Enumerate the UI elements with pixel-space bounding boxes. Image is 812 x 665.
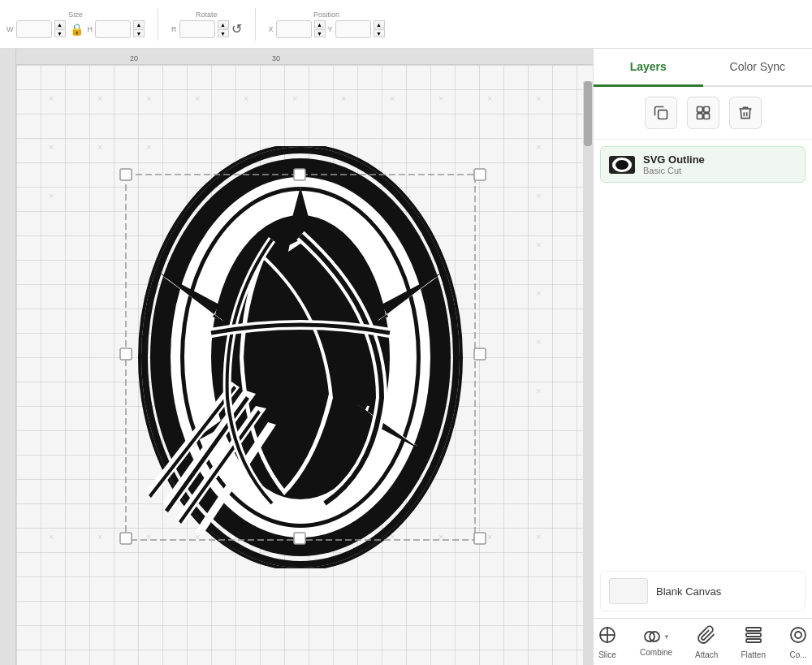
- svg-rect-39: [746, 633, 761, 637]
- flatten-icon: [744, 625, 763, 649]
- duplicate-button[interactable]: [645, 97, 677, 129]
- group-button[interactable]: [687, 97, 719, 129]
- svg-point-42: [795, 632, 801, 638]
- flatten-label: Flatten: [741, 650, 766, 659]
- grid-canvas: × × × × × × × × × × × × × × × × × × × × …: [16, 65, 593, 665]
- slice-label: Slice: [598, 650, 616, 659]
- x-up[interactable]: ▲: [314, 20, 326, 28]
- layer-name: SVG Outline: [643, 153, 797, 166]
- divider-1: [158, 8, 158, 41]
- size-label: Size: [68, 11, 83, 19]
- logo-container[interactable]: [97, 146, 503, 568]
- blank-canvas-item[interactable]: Blank Canvas: [600, 571, 806, 611]
- rotate-down[interactable]: ▼: [218, 29, 229, 37]
- canvas-area[interactable]: 20 30 × × × × × × × × × × × × × × × × × …: [0, 49, 593, 665]
- right-panel: Layers Color Sync: [593, 49, 812, 665]
- ruler-mark-30: 30: [272, 54, 280, 63]
- blank-canvas-label: Blank Canvas: [656, 585, 721, 598]
- rotate-stepper[interactable]: ▲ ▼: [218, 20, 229, 37]
- width-up[interactable]: ▲: [54, 20, 66, 28]
- blank-canvas-thumbnail: [609, 578, 648, 604]
- width-input[interactable]: [16, 20, 52, 38]
- svg-rect-27: [697, 107, 702, 113]
- flatten-tool[interactable]: Flatten: [732, 622, 774, 663]
- grid-x-mark: ×: [244, 93, 248, 103]
- h-label: H: [88, 25, 93, 33]
- layer-info: SVG Outline Basic Cut: [643, 153, 797, 175]
- y-up[interactable]: ▲: [374, 20, 385, 28]
- layer-item[interactable]: SVG Outline Basic Cut: [600, 146, 806, 183]
- grid-x-mark: ×: [536, 288, 541, 298]
- y-down[interactable]: ▼: [374, 29, 385, 37]
- grid-x-mark: ×: [49, 93, 54, 103]
- contour-tool[interactable]: Co...: [780, 622, 812, 663]
- svg-rect-29: [697, 114, 702, 119]
- vertical-scrollbar[interactable]: [583, 81, 593, 665]
- svg-rect-26: [658, 110, 667, 119]
- grid-x-mark: ×: [536, 386, 541, 395]
- lock-aspect-button[interactable]: 🔒: [68, 21, 85, 37]
- svg-rect-40: [746, 639, 761, 642]
- height-down[interactable]: ▼: [133, 29, 145, 37]
- combine-label: Combine: [640, 648, 672, 657]
- contour-label: Co...: [789, 650, 806, 659]
- y-input[interactable]: [335, 20, 371, 38]
- x-stepper[interactable]: ▲ ▼: [314, 20, 326, 37]
- attach-label: Attach: [695, 650, 718, 659]
- position-group: Position X ▲ ▼ Y ▲ ▼: [269, 11, 385, 38]
- tab-layers[interactable]: Layers: [594, 49, 703, 87]
- x-label: X: [269, 25, 274, 33]
- height-up[interactable]: ▲: [133, 20, 145, 28]
- svg-rect-20: [120, 533, 132, 544]
- svg-rect-22: [294, 169, 305, 180]
- rotate-reset-icon[interactable]: ↺: [231, 21, 242, 37]
- divider-2: [255, 8, 256, 41]
- panel-tabs: Layers Color Sync: [594, 49, 812, 87]
- rotate-input[interactable]: [179, 20, 215, 38]
- grid-x-mark: ×: [146, 93, 151, 103]
- grid-x-mark: ×: [536, 142, 541, 152]
- x-down[interactable]: ▼: [314, 29, 326, 37]
- attach-icon: [697, 625, 716, 649]
- ruler-mark-20: 20: [130, 54, 138, 63]
- grid-x-mark: ×: [438, 93, 443, 103]
- grid-x-mark: ×: [536, 240, 541, 249]
- scrollbar-thumb[interactable]: [584, 81, 592, 146]
- panel-bottom-toolbar: Slice ▼ Combine Attach: [594, 618, 812, 665]
- grid-x-mark: ×: [341, 93, 346, 103]
- height-stepper[interactable]: ▲ ▼: [133, 20, 145, 37]
- tab-color-sync[interactable]: Color Sync: [703, 49, 813, 87]
- width-stepper[interactable]: ▲ ▼: [54, 20, 66, 37]
- svg-rect-23: [294, 533, 305, 544]
- grid-x-mark: ×: [536, 93, 541, 103]
- layer-type: Basic Cut: [643, 166, 797, 175]
- combine-tool[interactable]: ▼ Combine: [632, 624, 680, 660]
- rotate-up[interactable]: ▲: [218, 20, 229, 28]
- delete-button[interactable]: [729, 97, 762, 129]
- rotate-label: Rotate: [196, 11, 218, 19]
- grid-x-mark: ×: [536, 337, 541, 347]
- slice-tool[interactable]: Slice: [590, 622, 625, 663]
- height-input[interactable]: [95, 20, 131, 38]
- x-input[interactable]: [276, 20, 312, 38]
- r-label: R: [171, 25, 177, 33]
- svg-rect-30: [703, 114, 709, 119]
- svg-point-32: [615, 160, 628, 170]
- svg-logo: [97, 146, 503, 568]
- ruler-horizontal: 20 30: [0, 49, 593, 65]
- svg-rect-28: [703, 107, 709, 113]
- grid-x-mark: ×: [49, 191, 54, 201]
- svg-rect-19: [474, 169, 486, 180]
- slice-icon: [598, 625, 617, 649]
- combine-icon: ▼: [642, 627, 670, 646]
- grid-x-mark: ×: [49, 142, 54, 152]
- position-label: Position: [313, 11, 339, 19]
- grid-x-mark: ×: [536, 532, 541, 542]
- ruler-vertical: [0, 49, 16, 665]
- svg-rect-24: [120, 348, 132, 360]
- attach-tool[interactable]: Attach: [687, 622, 726, 663]
- y-stepper[interactable]: ▲ ▼: [374, 20, 385, 37]
- panel-actions: [594, 87, 812, 140]
- width-down[interactable]: ▼: [54, 29, 66, 37]
- main-area: 20 30 × × × × × × × × × × × × × × × × × …: [0, 49, 812, 665]
